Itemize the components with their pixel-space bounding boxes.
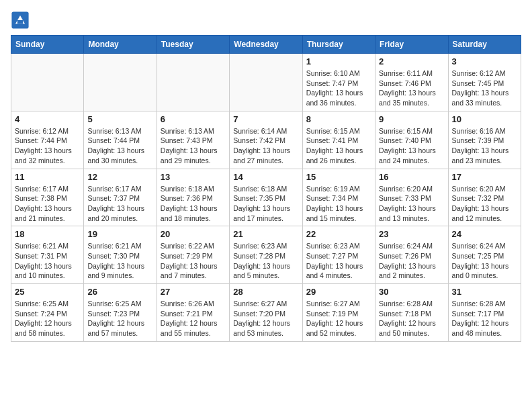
day-number: 14 bbox=[233, 172, 298, 182]
day-info: Sunrise: 6:12 AMSunset: 7:45 PMDaylight:… bbox=[452, 68, 517, 108]
day-number: 17 bbox=[452, 172, 517, 182]
day-number: 27 bbox=[161, 287, 226, 297]
calendar-cell: 15Sunrise: 6:19 AMSunset: 7:34 PMDayligh… bbox=[302, 169, 375, 226]
day-number: 21 bbox=[233, 229, 298, 239]
page-header bbox=[11, 11, 521, 30]
calendar-cell: 21Sunrise: 6:23 AMSunset: 7:28 PMDayligh… bbox=[230, 226, 302, 284]
day-info: Sunrise: 6:17 AMSunset: 7:38 PMDaylight:… bbox=[15, 184, 80, 224]
day-info: Sunrise: 6:26 AMSunset: 7:21 PMDaylight:… bbox=[161, 299, 226, 338]
calendar-cell: 7Sunrise: 6:14 AMSunset: 7:42 PMDaylight… bbox=[230, 111, 302, 169]
calendar-cell: 17Sunrise: 6:20 AMSunset: 7:32 PMDayligh… bbox=[448, 169, 521, 226]
day-info: Sunrise: 6:24 AMSunset: 7:25 PMDaylight:… bbox=[452, 241, 517, 281]
day-number: 3 bbox=[452, 56, 517, 66]
day-number: 2 bbox=[379, 56, 444, 66]
day-info: Sunrise: 6:20 AMSunset: 7:32 PMDaylight:… bbox=[452, 184, 517, 224]
calendar-cell: 11Sunrise: 6:17 AMSunset: 7:38 PMDayligh… bbox=[11, 169, 84, 226]
day-info: Sunrise: 6:18 AMSunset: 7:36 PMDaylight:… bbox=[161, 184, 226, 224]
day-info: Sunrise: 6:28 AMSunset: 7:17 PMDaylight:… bbox=[452, 299, 517, 338]
day-number: 22 bbox=[306, 229, 371, 239]
day-info: Sunrise: 6:21 AMSunset: 7:30 PMDaylight:… bbox=[87, 241, 152, 281]
day-info: Sunrise: 6:23 AMSunset: 7:27 PMDaylight:… bbox=[306, 241, 371, 281]
calendar-cell: 22Sunrise: 6:23 AMSunset: 7:27 PMDayligh… bbox=[302, 226, 375, 284]
calendar-cell: 19Sunrise: 6:21 AMSunset: 7:30 PMDayligh… bbox=[84, 226, 157, 284]
logo-icon bbox=[11, 11, 30, 30]
day-number: 11 bbox=[15, 172, 80, 182]
calendar-cell: 24Sunrise: 6:24 AMSunset: 7:25 PMDayligh… bbox=[448, 226, 521, 284]
calendar-cell bbox=[84, 54, 157, 111]
day-info: Sunrise: 6:11 AMSunset: 7:46 PMDaylight:… bbox=[379, 68, 444, 108]
weekday-header-tuesday: Tuesday bbox=[157, 36, 229, 54]
day-info: Sunrise: 6:25 AMSunset: 7:24 PMDaylight:… bbox=[15, 299, 80, 338]
day-number: 9 bbox=[379, 114, 444, 124]
day-number: 31 bbox=[452, 287, 517, 297]
calendar-week-4: 18Sunrise: 6:21 AMSunset: 7:31 PMDayligh… bbox=[11, 226, 521, 284]
day-number: 7 bbox=[233, 114, 298, 124]
calendar-cell: 27Sunrise: 6:26 AMSunset: 7:21 PMDayligh… bbox=[157, 284, 229, 342]
day-info: Sunrise: 6:24 AMSunset: 7:26 PMDaylight:… bbox=[379, 241, 444, 281]
day-info: Sunrise: 6:13 AMSunset: 7:44 PMDaylight:… bbox=[87, 126, 152, 166]
day-info: Sunrise: 6:20 AMSunset: 7:33 PMDaylight:… bbox=[379, 184, 444, 224]
svg-rect-2 bbox=[17, 20, 23, 24]
calendar-cell bbox=[157, 54, 229, 111]
day-number: 10 bbox=[452, 114, 517, 124]
calendar-week-2: 4Sunrise: 6:12 AMSunset: 7:44 PMDaylight… bbox=[11, 111, 521, 169]
calendar-cell: 8Sunrise: 6:15 AMSunset: 7:41 PMDaylight… bbox=[302, 111, 375, 169]
day-number: 5 bbox=[87, 114, 152, 124]
calendar-cell: 25Sunrise: 6:25 AMSunset: 7:24 PMDayligh… bbox=[11, 284, 84, 342]
day-number: 16 bbox=[379, 172, 444, 182]
day-info: Sunrise: 6:19 AMSunset: 7:34 PMDaylight:… bbox=[306, 184, 371, 224]
calendar-cell: 10Sunrise: 6:16 AMSunset: 7:39 PMDayligh… bbox=[448, 111, 521, 169]
day-number: 4 bbox=[15, 114, 80, 124]
calendar-cell bbox=[230, 54, 302, 111]
weekday-header-wednesday: Wednesday bbox=[230, 36, 302, 54]
calendar-cell: 20Sunrise: 6:22 AMSunset: 7:29 PMDayligh… bbox=[157, 226, 229, 284]
calendar-cell: 6Sunrise: 6:13 AMSunset: 7:43 PMDaylight… bbox=[157, 111, 229, 169]
day-number: 26 bbox=[87, 287, 152, 297]
day-number: 12 bbox=[87, 172, 152, 182]
day-info: Sunrise: 6:27 AMSunset: 7:19 PMDaylight:… bbox=[306, 299, 371, 338]
day-info: Sunrise: 6:12 AMSunset: 7:44 PMDaylight:… bbox=[15, 126, 80, 166]
weekday-header-row: SundayMondayTuesdayWednesdayThursdayFrid… bbox=[11, 36, 521, 54]
calendar-cell: 29Sunrise: 6:27 AMSunset: 7:19 PMDayligh… bbox=[302, 284, 375, 342]
calendar-cell: 5Sunrise: 6:13 AMSunset: 7:44 PMDaylight… bbox=[84, 111, 157, 169]
day-number: 20 bbox=[161, 229, 226, 239]
day-info: Sunrise: 6:23 AMSunset: 7:28 PMDaylight:… bbox=[233, 241, 298, 281]
day-info: Sunrise: 6:13 AMSunset: 7:43 PMDaylight:… bbox=[161, 126, 226, 166]
day-number: 8 bbox=[306, 114, 371, 124]
day-info: Sunrise: 6:17 AMSunset: 7:37 PMDaylight:… bbox=[87, 184, 152, 224]
weekday-header-sunday: Sunday bbox=[11, 36, 84, 54]
calendar-cell: 3Sunrise: 6:12 AMSunset: 7:45 PMDaylight… bbox=[448, 54, 521, 111]
calendar-cell: 23Sunrise: 6:24 AMSunset: 7:26 PMDayligh… bbox=[375, 226, 448, 284]
day-info: Sunrise: 6:22 AMSunset: 7:29 PMDaylight:… bbox=[161, 241, 226, 281]
day-number: 6 bbox=[161, 114, 226, 124]
weekday-header-saturday: Saturday bbox=[448, 36, 521, 54]
calendar-cell: 28Sunrise: 6:27 AMSunset: 7:20 PMDayligh… bbox=[230, 284, 302, 342]
day-info: Sunrise: 6:27 AMSunset: 7:20 PMDaylight:… bbox=[233, 299, 298, 338]
calendar-cell: 18Sunrise: 6:21 AMSunset: 7:31 PMDayligh… bbox=[11, 226, 84, 284]
calendar-week-1: 1Sunrise: 6:10 AMSunset: 7:47 PMDaylight… bbox=[11, 54, 521, 111]
day-number: 29 bbox=[306, 287, 371, 297]
calendar-cell: 1Sunrise: 6:10 AMSunset: 7:47 PMDaylight… bbox=[302, 54, 375, 111]
day-number: 30 bbox=[379, 287, 444, 297]
logo bbox=[11, 11, 32, 30]
day-info: Sunrise: 6:28 AMSunset: 7:18 PMDaylight:… bbox=[379, 299, 444, 338]
calendar-cell: 4Sunrise: 6:12 AMSunset: 7:44 PMDaylight… bbox=[11, 111, 84, 169]
calendar-cell: 30Sunrise: 6:28 AMSunset: 7:18 PMDayligh… bbox=[375, 284, 448, 342]
calendar-cell: 14Sunrise: 6:18 AMSunset: 7:35 PMDayligh… bbox=[230, 169, 302, 226]
day-info: Sunrise: 6:16 AMSunset: 7:39 PMDaylight:… bbox=[452, 126, 517, 166]
calendar-week-5: 25Sunrise: 6:25 AMSunset: 7:24 PMDayligh… bbox=[11, 284, 521, 342]
day-number: 13 bbox=[161, 172, 226, 182]
day-number: 24 bbox=[452, 229, 517, 239]
calendar-cell: 31Sunrise: 6:28 AMSunset: 7:17 PMDayligh… bbox=[448, 284, 521, 342]
weekday-header-friday: Friday bbox=[375, 36, 448, 54]
calendar-cell: 26Sunrise: 6:25 AMSunset: 7:23 PMDayligh… bbox=[84, 284, 157, 342]
calendar-cell: 13Sunrise: 6:18 AMSunset: 7:36 PMDayligh… bbox=[157, 169, 229, 226]
calendar-cell: 2Sunrise: 6:11 AMSunset: 7:46 PMDaylight… bbox=[375, 54, 448, 111]
calendar-table: SundayMondayTuesdayWednesdayThursdayFrid… bbox=[11, 35, 521, 342]
day-info: Sunrise: 6:15 AMSunset: 7:41 PMDaylight:… bbox=[306, 126, 371, 166]
calendar-cell: 12Sunrise: 6:17 AMSunset: 7:37 PMDayligh… bbox=[84, 169, 157, 226]
day-info: Sunrise: 6:21 AMSunset: 7:31 PMDaylight:… bbox=[15, 241, 80, 281]
weekday-header-monday: Monday bbox=[84, 36, 157, 54]
calendar-cell bbox=[11, 54, 84, 111]
day-number: 19 bbox=[87, 229, 152, 239]
